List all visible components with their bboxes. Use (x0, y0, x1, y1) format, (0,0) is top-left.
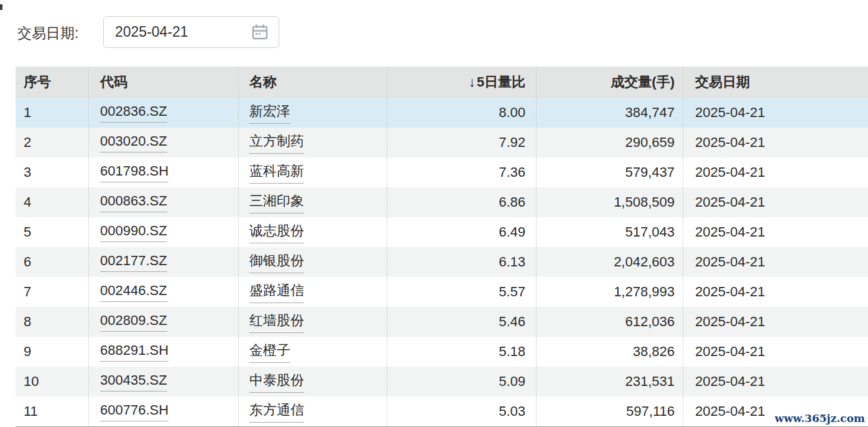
trade-date-cell: 2025-04-21 (683, 247, 868, 277)
volume-cell: 579,437 (536, 157, 683, 187)
stock-code-cell: 600776.SH (88, 396, 238, 426)
stock-name-link[interactable]: 立方制药 (249, 132, 304, 154)
stock-code-cell: 000990.SZ (88, 217, 238, 247)
stock-code-link[interactable]: 000990.SZ (100, 223, 167, 242)
stock-name-link[interactable]: 新宏泽 (249, 102, 290, 124)
column-header-date: 交易日期 (683, 67, 868, 98)
volume-ratio-cell: 6.86 (387, 187, 536, 217)
stock-name-link[interactable]: 蓝科高新 (249, 162, 304, 184)
stock-name-link[interactable]: 中泰股份 (249, 371, 304, 393)
stock-code-link[interactable]: 002177.SZ (100, 253, 167, 272)
volume-ratio-table: 序号 代码 名称 ↓ 5日量比 成交量(手) 交易日期 1 002836.SZ … (16, 67, 868, 427)
row-index-cell: 7 (16, 277, 88, 307)
stock-code-link[interactable]: 002836.SZ (100, 103, 167, 123)
stock-name-link[interactable]: 三湘印象 (249, 192, 304, 214)
stock-code-cell: 002809.SZ (88, 307, 238, 337)
stock-name-cell: 东方通信 (238, 396, 387, 426)
table-row[interactable]: 6 002177.SZ 御银股份 6.13 2,042,603 2025-04-… (16, 247, 868, 277)
table-row[interactable]: 9 688291.SH 金橙子 5.18 38,826 2025-04-21 (16, 337, 868, 367)
volume-ratio-cell: 5.03 (387, 396, 536, 426)
volume-ratio-cell: 7.92 (387, 128, 536, 157)
table-row[interactable]: 7 002446.SZ 盛路通信 5.57 1,278,993 2025-04-… (16, 277, 868, 307)
trade-date-cell: 2025-04-21 (683, 277, 868, 307)
table-row[interactable]: 5 000990.SZ 诚志股份 6.49 517,043 2025-04-21 (16, 217, 868, 247)
stock-name-link[interactable]: 诚志股份 (249, 222, 304, 243)
stock-code-link[interactable]: 003020.SZ (100, 133, 167, 152)
stock-name-link[interactable]: 红墙股份 (249, 311, 304, 333)
table-row[interactable]: 11 600776.SH 东方通信 5.03 597,116 2025-04-2… (16, 396, 868, 426)
volume-ratio-cell: 5.57 (387, 277, 536, 307)
trade-date-cell: 2025-04-21 (683, 157, 868, 187)
stock-code-link[interactable]: 600776.SH (100, 402, 169, 421)
column-header-ratio[interactable]: ↓ 5日量比 (387, 67, 536, 98)
stock-name-cell: 诚志股份 (238, 217, 387, 247)
row-index-cell: 11 (16, 396, 88, 426)
stock-code-cell: 002446.SZ (88, 277, 238, 307)
stock-name-link[interactable]: 金橙子 (249, 341, 290, 363)
row-index-cell: 6 (16, 247, 88, 277)
stock-code-cell: 300435.SZ (88, 367, 238, 396)
stock-code-link[interactable]: 002809.SZ (100, 312, 167, 332)
table-row[interactable]: 8 002809.SZ 红墙股份 5.46 612,036 2025-04-21 (16, 307, 868, 337)
trade-date-cell: 2025-04-21 (683, 367, 868, 396)
stock-name-cell: 御银股份 (238, 247, 387, 277)
row-index-cell: 2 (16, 128, 88, 157)
stock-code-cell: 002177.SZ (88, 247, 238, 277)
trade-date-cell: 2025-04-21 (683, 187, 868, 217)
row-index-cell: 8 (16, 307, 88, 337)
volume-cell: 384,747 (536, 98, 683, 128)
table-header-row: 序号 代码 名称 ↓ 5日量比 成交量(手) 交易日期 (16, 67, 868, 98)
stock-name-link[interactable]: 盛路通信 (249, 281, 304, 303)
table-body: 1 002836.SZ 新宏泽 8.00 384,747 2025-04-21 … (16, 98, 868, 426)
stock-code-link[interactable]: 000863.SZ (100, 193, 167, 212)
volume-ratio-cell: 8.00 (387, 98, 536, 128)
trade-date-cell: 2025-04-21 (683, 98, 868, 128)
row-index-cell: 10 (16, 367, 88, 396)
stock-name-cell: 蓝科高新 (238, 157, 387, 187)
volume-cell: 1,508,509 (536, 187, 683, 217)
trade-date-input[interactable]: 2025-04-21 (103, 16, 279, 48)
column-header-index: 序号 (16, 67, 88, 98)
trade-date-cell: 2025-04-21 (683, 307, 868, 337)
table-row[interactable]: 10 300435.SZ 中泰股份 5.09 231,531 2025-04-2… (16, 367, 868, 396)
volume-ratio-cell: 5.46 (387, 307, 536, 337)
row-index-cell: 1 (16, 98, 88, 128)
trade-date-filter-label: 交易日期: (17, 24, 78, 43)
stock-code-link[interactable]: 601798.SH (100, 163, 169, 182)
volume-cell: 517,043 (536, 217, 683, 247)
stock-name-link[interactable]: 东方通信 (249, 401, 304, 423)
stock-name-cell: 盛路通信 (238, 277, 387, 307)
stock-code-cell: 688291.SH (88, 337, 238, 367)
table-row[interactable]: 1 002836.SZ 新宏泽 8.00 384,747 2025-04-21 (16, 98, 868, 128)
stock-code-cell: 601798.SH (88, 157, 238, 187)
stock-name-link[interactable]: 御银股份 (249, 251, 304, 273)
volume-cell: 38,826 (536, 337, 683, 367)
stock-name-cell: 新宏泽 (238, 98, 387, 128)
stock-name-cell: 立方制药 (238, 128, 387, 157)
stock-name-cell: 金橙子 (238, 337, 387, 367)
column-header-name: 名称 (238, 67, 387, 98)
stock-code-cell: 000863.SZ (88, 187, 238, 217)
volume-cell: 290,659 (536, 128, 683, 157)
volume-ratio-cell: 5.09 (387, 367, 536, 396)
calendar-icon[interactable] (251, 22, 269, 42)
stock-name-cell: 红墙股份 (238, 307, 387, 337)
volume-cell: 231,531 (536, 367, 683, 396)
table-row[interactable]: 3 601798.SH 蓝科高新 7.36 579,437 2025-04-21 (16, 157, 868, 187)
volume-cell: 612,036 (536, 307, 683, 337)
trade-date-value: 2025-04-21 (115, 24, 188, 40)
stock-code-link[interactable]: 300435.SZ (100, 372, 167, 392)
stock-name-cell: 三湘印象 (238, 187, 387, 217)
volume-cell: 597,116 (536, 396, 683, 426)
stock-code-cell: 002836.SZ (88, 98, 238, 128)
stock-name-cell: 中泰股份 (238, 367, 387, 396)
table-row[interactable]: 2 003020.SZ 立方制药 7.92 290,659 2025-04-21 (16, 128, 868, 157)
stock-code-link[interactable]: 688291.SH (100, 342, 169, 362)
stock-code-cell: 003020.SZ (88, 128, 238, 157)
watermark-site-link[interactable]: www.365jz.com (775, 412, 865, 425)
row-index-cell: 5 (16, 217, 88, 247)
trade-date-cell: 2025-04-21 (683, 217, 868, 247)
stock-code-link[interactable]: 002446.SZ (100, 283, 167, 302)
table-row[interactable]: 4 000863.SZ 三湘印象 6.86 1,508,509 2025-04-… (16, 187, 868, 217)
trade-date-cell: 2025-04-21 (683, 128, 868, 157)
